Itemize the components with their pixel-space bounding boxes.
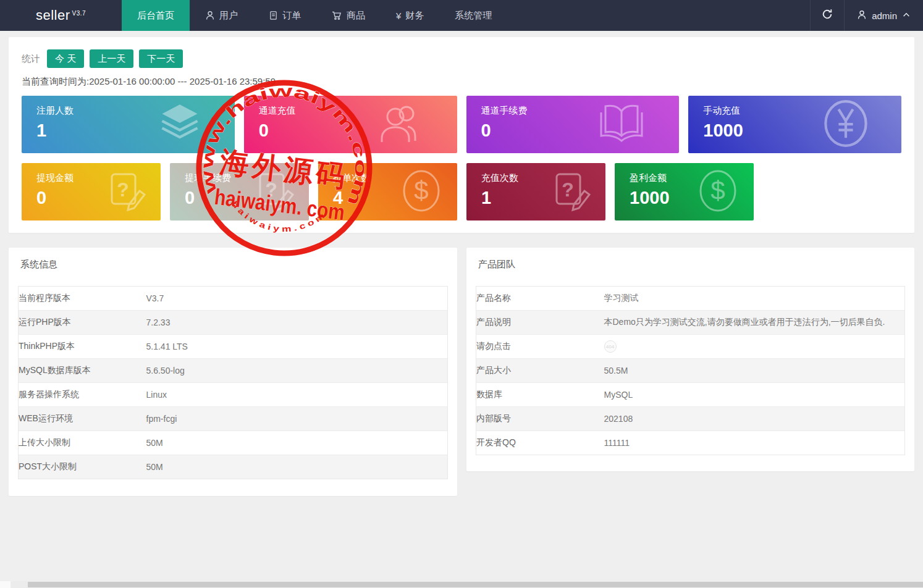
svg-text:?: ? (265, 178, 277, 201)
row-value: 5.6.50-log (146, 359, 448, 383)
dollar-circle-icon: $ (399, 167, 444, 217)
nav-item-label: 用户 (219, 10, 238, 22)
chevron-up-icon (902, 10, 911, 21)
row-label: MySQL数据库版本 (19, 359, 146, 383)
stats-toolbar: 统计 今 天上一天下一天 (22, 49, 901, 68)
range-button-1[interactable]: 上一天 (90, 49, 133, 68)
stat-card: 提现金额0? (22, 163, 161, 220)
nav-item-4[interactable]: ¥财务 (381, 0, 439, 31)
row-label: 产品名称 (476, 287, 604, 311)
main-menu: 后台首页用户订单商品¥财务系统管理 (122, 0, 507, 31)
stat-card: 抢单次数4$ (318, 163, 457, 220)
row-value: 50.5M (604, 359, 905, 383)
yen-icon: ¥ (396, 10, 401, 21)
note-question-icon: ? (104, 169, 147, 215)
nav-item-label: 商品 (347, 10, 365, 22)
table-row: 开发者QQ111111 (476, 431, 905, 455)
yen-circle-icon (822, 99, 869, 151)
svg-text:$: $ (710, 176, 725, 205)
svg-text:$: $ (414, 176, 428, 205)
note-question-icon: ? (252, 169, 295, 215)
nav-item-3[interactable]: 商品 (316, 0, 381, 31)
refresh-button[interactable] (810, 0, 845, 31)
product-team-panel: 产品团队 产品名称学习测试产品说明本Demo只为学习测试交流,请勿要做商业或者用… (466, 248, 914, 471)
stat-card: 通道手续费0 (466, 96, 680, 153)
row-label: 产品大小 (476, 359, 604, 383)
table-row: ThinkPHP版本5.1.41 LTS (19, 335, 448, 359)
row-label: 服务器操作系统 (19, 383, 146, 407)
table-row: 产品大小50.5M (476, 359, 905, 383)
refresh-icon (822, 9, 833, 22)
row-label: WEB运行环境 (19, 407, 146, 431)
system-info-panel: 系统信息 当前程序版本V3.7运行PHP版本7.2.33ThinkPHP版本5.… (9, 248, 457, 496)
stat-cards-row-1: 注册人数1通道充值0通道手续费0手动充值1000 (22, 96, 901, 153)
nav-item-label: 订单 (282, 10, 301, 22)
top-navbar: seller V3.7 后台首页用户订单商品¥财务系统管理 admin (0, 0, 923, 31)
range-button-0[interactable]: 今 天 (47, 49, 84, 68)
row-value: Linux (146, 383, 448, 407)
row-label: ThinkPHP版本 (19, 335, 146, 359)
app-logo: seller V3.7 (0, 0, 122, 31)
stat-card: 提现手续费0? (170, 163, 309, 220)
stat-card-label: 手动充值 (703, 105, 901, 117)
app-logo-text: seller (36, 7, 70, 23)
stat-card-label: 通道手续费 (481, 105, 680, 117)
range-button-2[interactable]: 下一天 (139, 49, 183, 68)
nav-item-label: 系统管理 (455, 10, 492, 22)
stat-card: 注册人数1 (22, 96, 235, 153)
main-content: 统计 今 天上一天下一天 当前查询时间为:2025-01-16 00:00:00… (0, 37, 923, 496)
row-label: POST大小限制 (19, 455, 146, 479)
row-value: 50M (146, 431, 448, 455)
row-value: fpm-fcgi (146, 407, 448, 431)
open-book-icon (596, 101, 647, 149)
horizontal-scrollbar[interactable] (0, 581, 923, 588)
table-row: 服务器操作系统Linux (19, 383, 448, 407)
system-info-title: 系统信息 (20, 259, 448, 271)
product-team-title: 产品团队 (478, 259, 905, 271)
stat-card: 充值次数1? (466, 163, 605, 220)
row-value: 5.1.41 LTS (146, 335, 448, 359)
user-icon (205, 10, 215, 20)
row-label: 上传大小限制 (19, 431, 146, 455)
table-row: 上传大小限制50M (19, 431, 448, 455)
stat-card-value: 0 (481, 120, 680, 141)
user-icon (857, 10, 867, 22)
cart-icon (332, 10, 342, 20)
row-label: 内部版号 (476, 407, 604, 431)
nav-item-2[interactable]: 订单 (253, 0, 316, 31)
navbar-right: admin (810, 0, 923, 31)
table-row: 数据库MySQL (476, 383, 905, 407)
scrollbar-thumb[interactable] (28, 582, 923, 587)
badge-404[interactable]: 404 (604, 340, 617, 353)
stat-cards-row-2: 提现金额0?提现手续费0?抢单次数4$充值次数1?盈利金额1000$ (22, 163, 901, 220)
row-value: 111111 (604, 431, 905, 455)
stats-section-label: 统计 (22, 53, 40, 65)
users-icon (374, 101, 425, 149)
stat-card-value: 1 (36, 120, 235, 141)
nav-item-0[interactable]: 后台首页 (122, 0, 190, 31)
scrollbar-corner (0, 581, 11, 588)
table-row: 产品名称学习测试 (476, 287, 905, 311)
document-icon (269, 10, 278, 20)
product-team-table: 产品名称学习测试产品说明本Demo只为学习测试交流,请勿要做商业或者用于违法行为… (476, 286, 905, 455)
nav-item-5[interactable]: 系统管理 (439, 0, 507, 31)
row-label: 数据库 (476, 383, 604, 407)
app-version: V3.7 (72, 10, 86, 17)
row-label: 产品说明 (476, 311, 604, 335)
stat-card-value: 1000 (703, 120, 901, 141)
stat-card-label: 注册人数 (36, 105, 235, 117)
nav-item-1[interactable]: 用户 (190, 0, 253, 31)
table-row: MySQL数据库版本5.6.50-log (19, 359, 448, 383)
row-label: 运行PHP版本 (19, 311, 146, 335)
stat-card-value: 0 (259, 120, 457, 141)
table-row: 内部版号202108 (476, 407, 905, 431)
user-menu[interactable]: admin (845, 0, 923, 31)
layers-icon (157, 101, 203, 149)
stat-card: 盈利金额1000$ (615, 163, 754, 220)
username: admin (872, 10, 897, 21)
stats-range-buttons: 今 天上一天下一天 (47, 49, 188, 68)
query-time-text: 当前查询时间为:2025-01-16 00:00:00 --- 2025-01-… (22, 76, 901, 88)
row-label: 请勿点击 (476, 335, 604, 359)
row-value: 404 (604, 335, 905, 359)
dollar-circle-icon: $ (696, 167, 740, 217)
